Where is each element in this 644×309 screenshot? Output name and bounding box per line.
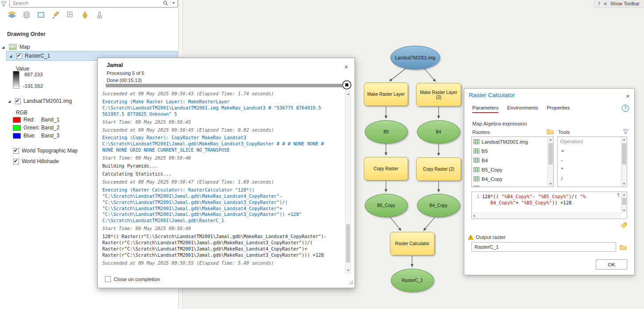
tree-item-world-topographic-map[interactable]: World Topographic Map [13,147,77,155]
expression-hscrollbar[interactable] [472,213,621,219]
model-node-raster-calculator[interactable]: Raster Calculator [390,232,435,255]
elapsed-status: Done (00:15.13) [107,78,142,83]
list-item[interactable]: * [558,164,627,174]
color-swatch [13,133,21,139]
model-node-b5-copy[interactable]: B5_Copy [365,194,408,217]
model-node-copy-raster[interactable]: Copy Raster [364,157,408,180]
tree-item-label: World Topographic Map [22,148,77,154]
map-icon [9,44,17,50]
list-by-perspective-icon[interactable] [95,10,104,20]
stop-button[interactable] [342,80,351,90]
model-node-b4[interactable]: B4 [417,120,460,144]
expander-icon[interactable] [2,45,6,49]
layer-visibility-checkbox[interactable] [16,53,22,59]
list-item[interactable]: - [558,155,627,164]
show-toolbar-button[interactable]: Show Toolbar [594,0,644,8]
raster-item-label: B5_Copy [482,167,502,172]
expression-text[interactable]: 128*(( "%B4_Copy%"- "%B5_Copy%")/( "% B4… [482,194,613,206]
model-node-make-raster-layer[interactable]: Make Raster Layer [364,82,408,106]
browse-folder-icon[interactable] [547,128,554,136]
close-on-completion-checkbox[interactable]: Close on completion [105,276,160,282]
list-item[interactable]: B4_Copy [472,174,553,184]
model-node-input-raster[interactable]: LandsatTM2001.img [390,46,440,70]
list-item[interactable]: B5 [472,146,553,156]
layer-visibility-checkbox[interactable] [13,148,19,154]
list-item[interactable]: + [558,146,627,155]
expander-icon[interactable] [9,54,14,58]
raster-item-label: B5 [482,149,488,154]
model-node-make-raster-layer-2[interactable]: Make Raster Layer (2) [416,83,461,106]
search-icon[interactable] [163,0,168,6]
log-line: Executing (Copy Raster): CopyRaster Make… [102,135,345,153]
list-item[interactable]: LandsatTM2001.img [472,137,553,146]
filter-icon[interactable] [623,128,629,136]
rasters-list[interactable]: LandsatTM2001.img B5 B4 B5_Copy B4_Copy [471,137,554,187]
pilcrow-icon[interactable] [617,193,620,198]
tree-item-landsat[interactable]: LandsatTM2001.img [8,97,72,105]
operator-label: / [561,176,563,181]
tree-item-label: World Hillshade [22,158,59,164]
list-item[interactable]: B4 [472,156,553,165]
search-input[interactable] [10,0,163,6]
log-line: Calculating Statistics... [102,171,345,177]
list-by-snapping-icon[interactable] [66,10,75,20]
layer-visibility-checkbox[interactable] [15,98,21,104]
model-node-b4-copy[interactable]: B4_Copy [417,194,460,217]
log-scrollbar[interactable] [345,91,351,274]
help-icon[interactable] [622,105,629,112]
warning-icon [468,235,474,240]
model-node-label: B4 [436,129,441,134]
expression-scrollbar[interactable] [621,192,627,213]
log-line: Succeeded at 09 May 2025 09:58:55 (Elaps… [102,260,345,266]
close-icon[interactable] [626,92,630,100]
connector-arrow [389,67,407,81]
model-node-rasterc1[interactable]: RasterC_1 [391,269,434,292]
close-icon[interactable] [344,63,348,70]
list-by-drawing-order-icon[interactable] [7,10,17,20]
model-node-label: B4_Copy [429,203,447,208]
filter-icon[interactable] [1,0,7,8]
expression-editor[interactable]: 1 128*(( "%B4_Copy%"- "%B5_Copy%")/( "% … [471,192,627,219]
model-node-label: B5 [383,129,389,134]
list-by-editing-icon[interactable] [51,10,61,20]
resize-grip[interactable] [349,278,353,286]
expander-icon[interactable] [8,99,12,103]
dialog-title: Jamal [107,62,123,68]
ok-button[interactable]: OK [596,259,627,270]
raster-item-label: B4_Copy [482,176,502,182]
rasters-scrollbar[interactable] [548,137,553,187]
operator-label: - [561,157,563,163]
list-by-labeling-icon[interactable] [80,10,90,20]
channel-label: Green: [23,125,39,131]
log-output[interactable]: Succeeded at 09 May 2025 09:58:43 (Elaps… [102,91,345,274]
list-item[interactable]: / [558,174,627,183]
dialog-title: Raster Calculator [469,92,515,98]
model-node-b5[interactable]: B5 [365,120,408,144]
list-by-data-source-icon[interactable] [22,10,31,20]
tab-parameters[interactable]: Parameters [472,105,498,113]
checkbox[interactable] [105,276,111,282]
tools-list[interactable]: Operators + - * / [557,137,627,187]
tree-item-map[interactable]: Map [2,43,30,51]
model-node-label: Make Raster Layer (2) [419,90,458,100]
tree-item-world-hillshade[interactable]: World Hillshade [13,157,59,165]
list-item[interactable] [472,184,553,187]
output-raster-input[interactable] [471,242,616,252]
log-line: Succeeded at 09 May 2025 09:58:43 (Elaps… [102,91,345,97]
browse-output-icon[interactable] [620,244,627,252]
contents-toolbar [7,10,104,20]
tools-scrollbar[interactable] [621,137,627,187]
log-line: Executing (Raster Calculator): RasterCal… [102,187,345,224]
tab-environments[interactable]: Environments [507,105,538,112]
log-line: 128*(( Raster(r"C:\Scratch\LandsatTM2001… [102,234,345,258]
tab-properties[interactable]: Properties [547,105,570,112]
search-box [9,0,178,8]
tag-icon[interactable] [621,222,627,231]
layer-visibility-checkbox[interactable] [13,159,19,164]
model-node-copy-raster-2[interactable]: Copy Raster (2) [416,157,461,181]
chevron-down-icon[interactable] [172,2,175,4]
chevron-left-icon [603,1,607,7]
list-by-selection-icon[interactable] [36,10,46,20]
divider [170,0,170,6]
list-item[interactable]: B5_Copy [472,165,553,174]
